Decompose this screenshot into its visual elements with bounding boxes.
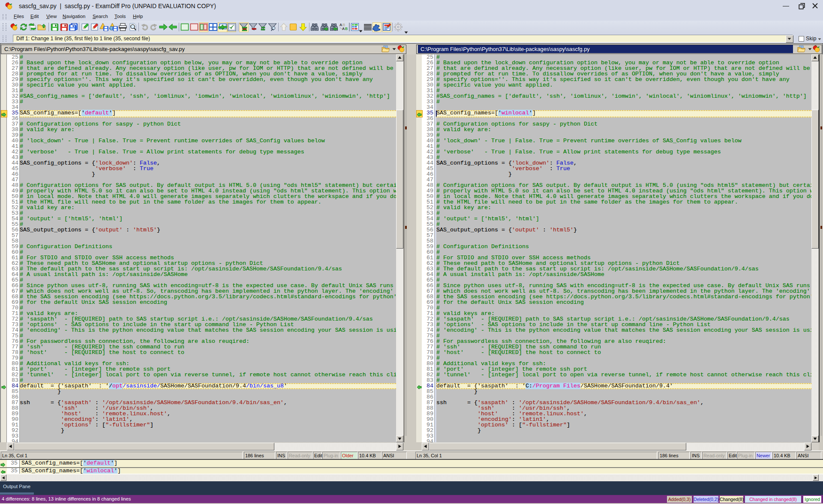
svg-text:A: A bbox=[342, 27, 345, 31]
svg-text:B: B bbox=[345, 27, 348, 31]
